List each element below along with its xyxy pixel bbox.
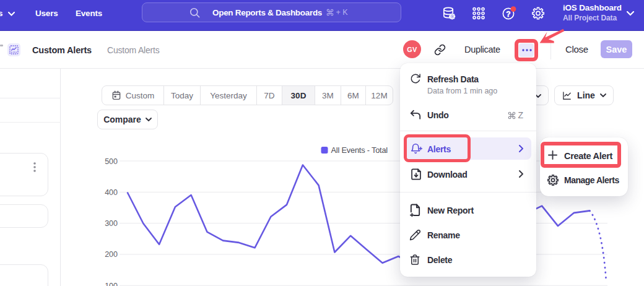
svg-text:All Events - Total: All Events - Total xyxy=(331,145,388,155)
svg-text:300: 300 xyxy=(105,219,118,228)
svg-text:500: 500 xyxy=(105,157,118,166)
svg-text:200: 200 xyxy=(105,250,118,259)
svg-text:?: ? xyxy=(506,10,510,19)
svg-text:400: 400 xyxy=(105,188,118,197)
svg-text:100: 100 xyxy=(105,282,118,286)
